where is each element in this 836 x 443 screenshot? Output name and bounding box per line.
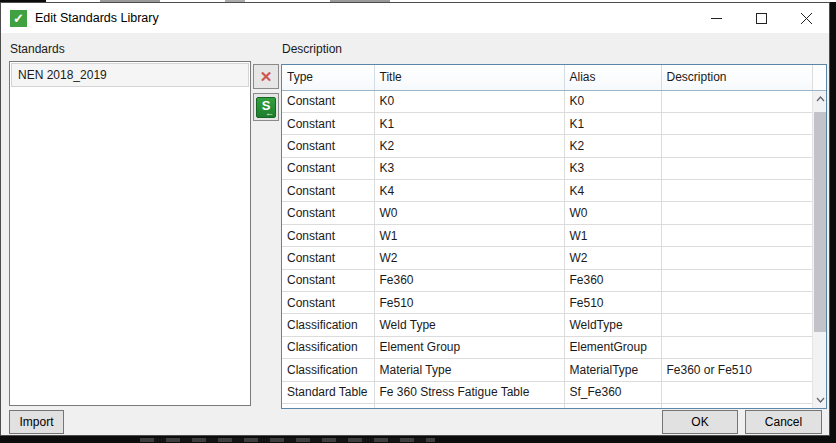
cancel-button[interactable]: Cancel — [745, 410, 822, 434]
table-cell[interactable]: W1 — [564, 224, 661, 246]
table-cell[interactable]: Constant — [282, 157, 374, 179]
table-cell[interactable]: Fe 510 Stress Fatigue Table — [374, 403, 564, 409]
table-cell[interactable]: W2 — [564, 247, 661, 269]
scroll-up-button[interactable] — [813, 91, 827, 107]
close-button[interactable] — [784, 3, 829, 33]
scrollbar-thumb[interactable] — [814, 112, 826, 332]
table-cell[interactable]: W0 — [564, 202, 661, 224]
table-cell[interactable] — [661, 403, 812, 409]
table-cell[interactable]: Classification — [282, 314, 374, 336]
table-row[interactable]: ConstantFe360Fe360 — [282, 269, 812, 291]
table-row[interactable]: ClassificationWeld TypeWeldType — [282, 314, 812, 336]
table-cell[interactable] — [661, 202, 812, 224]
table-cell[interactable]: ElementGroup — [564, 336, 661, 358]
table-cell[interactable]: K2 — [564, 135, 661, 157]
table-row[interactable]: ConstantW2W2 — [282, 247, 812, 269]
column-header-title[interactable]: Title — [374, 65, 564, 90]
import-standard-button[interactable]: S ← — [253, 93, 279, 121]
background-artifact-bottom — [140, 438, 435, 442]
table-cell[interactable]: Standard Table — [282, 381, 374, 403]
table-cell[interactable]: WeldType — [564, 314, 661, 336]
maximize-button[interactable] — [739, 3, 784, 33]
table-cell[interactable] — [661, 381, 812, 403]
delete-standard-button[interactable]: ✕ — [253, 64, 279, 89]
table-row[interactable]: Standard TableFe 360 Stress Fatigue Tabl… — [282, 381, 812, 403]
table-cell[interactable] — [661, 247, 812, 269]
table-cell[interactable]: Standard Table — [282, 403, 374, 409]
table-row[interactable]: ConstantW0W0 — [282, 202, 812, 224]
table-cell[interactable]: Constant — [282, 292, 374, 314]
import-button[interactable]: Import — [9, 410, 64, 434]
table-cell[interactable]: Weld Type — [374, 314, 564, 336]
ok-button[interactable]: OK — [662, 410, 738, 434]
table-cell[interactable]: MaterialType — [564, 359, 661, 381]
table-cell[interactable]: Fe360 or Fe510 — [661, 359, 812, 381]
window-title: Edit Standards Library — [35, 11, 159, 25]
table-cell[interactable] — [661, 314, 812, 336]
table-row[interactable]: ClassificationElement GroupElementGroup — [282, 336, 812, 358]
table-cell[interactable]: Constant — [282, 135, 374, 157]
table-row[interactable]: ConstantK1K1 — [282, 112, 812, 134]
table-cell[interactable]: Constant — [282, 202, 374, 224]
column-header-type[interactable]: Type — [282, 65, 374, 90]
table-cell[interactable]: K4 — [564, 180, 661, 202]
check-icon: ✓ — [10, 10, 27, 27]
table-cell[interactable]: Constant — [282, 247, 374, 269]
table-cell[interactable]: W0 — [374, 202, 564, 224]
table-cell[interactable] — [661, 292, 812, 314]
table-row[interactable]: ClassificationMaterial TypeMaterialTypeF… — [282, 359, 812, 381]
table-cell[interactable]: K3 — [564, 157, 661, 179]
table-row[interactable]: ConstantK3K3 — [282, 157, 812, 179]
table-cell[interactable] — [661, 112, 812, 134]
table-cell[interactable]: W1 — [374, 224, 564, 246]
vertical-scrollbar[interactable] — [812, 91, 826, 408]
scroll-down-button[interactable] — [813, 392, 827, 408]
table-cell[interactable] — [661, 336, 812, 358]
table-cell[interactable]: Constant — [282, 180, 374, 202]
table-cell[interactable]: W2 — [374, 247, 564, 269]
table-cell[interactable]: K0 — [564, 90, 661, 112]
table-cell[interactable]: Fe360 — [564, 269, 661, 291]
table-cell[interactable]: Fe360 — [374, 269, 564, 291]
table-cell[interactable]: Classification — [282, 336, 374, 358]
column-header-description[interactable]: Description — [661, 65, 812, 90]
table-cell[interactable] — [661, 135, 812, 157]
table-row[interactable]: ConstantK4K4 — [282, 180, 812, 202]
table-cell[interactable]: K3 — [374, 157, 564, 179]
minimize-icon — [711, 13, 722, 24]
table-row[interactable]: ConstantK0K0 — [282, 90, 812, 112]
standards-table: Type Title Alias Description ConstantK0K… — [281, 64, 827, 409]
table-cell[interactable]: K2 — [374, 135, 564, 157]
table-cell[interactable]: Classification — [282, 359, 374, 381]
table-cell[interactable] — [661, 224, 812, 246]
table-row[interactable]: ConstantW1W1 — [282, 224, 812, 246]
column-header-alias[interactable]: Alias — [564, 65, 661, 90]
table-cell[interactable]: Constant — [282, 224, 374, 246]
table-cell[interactable]: Material Type — [374, 359, 564, 381]
table-cell[interactable]: K0 — [374, 90, 564, 112]
table-cell[interactable] — [661, 269, 812, 291]
table-cell[interactable]: Sf_Fe510 — [564, 403, 661, 409]
table-cell[interactable]: Constant — [282, 269, 374, 291]
table-cell[interactable]: K4 — [374, 180, 564, 202]
table-cell[interactable] — [661, 180, 812, 202]
standards-listbox[interactable]: NEN 2018_2019 — [9, 61, 251, 406]
table-cell[interactable]: Element Group — [374, 336, 564, 358]
table-cell[interactable] — [661, 157, 812, 179]
table-cell[interactable]: Fe 360 Stress Fatigue Table — [374, 381, 564, 403]
standard-list-item[interactable]: NEN 2018_2019 — [11, 63, 249, 87]
table-row[interactable]: ConstantK2K2 — [282, 135, 812, 157]
table-cell[interactable]: K1 — [564, 112, 661, 134]
table-cell[interactable]: Sf_Fe360 — [564, 381, 661, 403]
table-cell[interactable]: Fe510 — [374, 292, 564, 314]
table-row[interactable]: Standard TableFe 510 Stress Fatigue Tabl… — [282, 403, 812, 409]
table-cell[interactable] — [661, 90, 812, 112]
table-cell[interactable]: Constant — [282, 90, 374, 112]
table-cell[interactable]: Fe510 — [564, 292, 661, 314]
titlebar[interactable]: ✓ Edit Standards Library — [1, 3, 829, 33]
table-row[interactable]: ConstantFe510Fe510 — [282, 292, 812, 314]
minimize-button[interactable] — [694, 3, 739, 33]
chevron-down-icon — [816, 397, 825, 403]
table-cell[interactable]: K1 — [374, 112, 564, 134]
table-cell[interactable]: Constant — [282, 112, 374, 134]
